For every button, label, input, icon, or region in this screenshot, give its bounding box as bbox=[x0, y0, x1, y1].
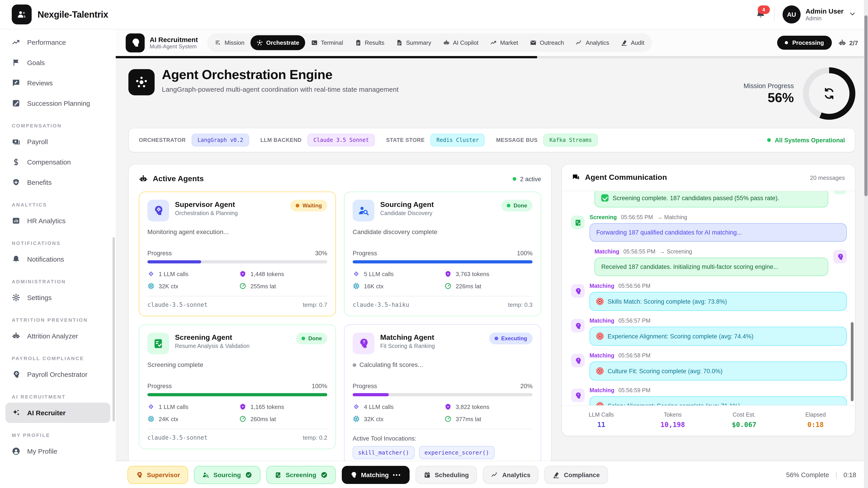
sidebar-section-my-profile: MY PROFILE bbox=[5, 423, 110, 441]
sidebar-item-ai-recruiter[interactable]: AI Recruiter bbox=[5, 402, 110, 423]
footer-pill-screening[interactable]: Screening bbox=[266, 466, 336, 484]
sidebar-item-attrition-analyzer[interactable]: Attrition Analyzer bbox=[5, 326, 110, 346]
message-list[interactable]: Screening05:56:55 PM→ Supervisor Screeni… bbox=[562, 191, 855, 405]
bell-icon bbox=[12, 255, 20, 263]
footer-pill-analytics[interactable]: Analytics bbox=[483, 466, 539, 484]
chevron-down-icon bbox=[848, 10, 856, 19]
tokens-icon bbox=[239, 403, 246, 410]
message-screening-to-matching: Screening05:56:55 PM→ Matching Forwardin… bbox=[571, 214, 847, 242]
status-badge-done: Done bbox=[296, 332, 327, 344]
sidebar-item-settings[interactable]: Settings bbox=[5, 287, 110, 308]
brand-logo-icon bbox=[12, 4, 32, 24]
target-icon bbox=[596, 332, 603, 340]
messages-scrollbar[interactable] bbox=[851, 322, 854, 401]
tab-ai-copilot[interactable]: AI Copilot bbox=[437, 35, 485, 50]
tab-results[interactable]: Results bbox=[349, 35, 391, 50]
comm-panel-title: Agent Communication bbox=[585, 173, 667, 182]
tokens-icon bbox=[444, 403, 452, 410]
system-config-bar: ORCHESTRATOR LangGraph v0.2 LLM BACKEND … bbox=[128, 128, 855, 152]
status-badge-executing: Executing bbox=[489, 332, 532, 344]
robot-icon bbox=[443, 39, 450, 46]
sidebar-item-hr-analytics[interactable]: HR Analytics bbox=[5, 210, 110, 231]
footer-pill-compliance[interactable]: Compliance bbox=[545, 466, 608, 484]
progress-percent: 20% bbox=[520, 383, 532, 390]
tab-audit[interactable]: Audit bbox=[615, 35, 650, 50]
sourcing-agent-icon bbox=[352, 200, 374, 221]
llm-backend-chip: Claude 3.5 Sonnet bbox=[308, 134, 375, 147]
message-matching-to-screening: Matching05:56:55 PM→ Screening Received … bbox=[571, 249, 847, 276]
llm-calls-value: 11 bbox=[565, 421, 637, 429]
sidebar-item-goals[interactable]: Goals bbox=[5, 53, 110, 73]
check-icon bbox=[601, 194, 609, 201]
dollar-icon bbox=[12, 158, 20, 166]
tab-market[interactable]: Market bbox=[484, 35, 524, 50]
page-scrollbar-thumb[interactable] bbox=[864, 15, 868, 196]
page-subtitle: LangGraph-powered multi-agent coordinati… bbox=[162, 86, 399, 93]
clipboard-icon bbox=[355, 39, 362, 46]
shield-plus-icon bbox=[12, 178, 20, 187]
system-status: All Systems Operational bbox=[767, 137, 845, 143]
footer-pill-scheduling[interactable]: Scheduling bbox=[415, 466, 477, 484]
tab-analytics[interactable]: Analytics bbox=[570, 35, 615, 50]
footer-pill-supervisor[interactable]: Supervisor bbox=[127, 466, 188, 484]
person-circle-icon bbox=[12, 447, 20, 455]
screening-agent-icon bbox=[147, 332, 169, 354]
screening-avatar-icon bbox=[571, 216, 585, 229]
tab-summary[interactable]: Summary bbox=[390, 35, 437, 50]
target-icon bbox=[596, 402, 603, 405]
temperature: temp: 0.3 bbox=[508, 301, 532, 308]
mission-progress-value: 56% bbox=[744, 90, 794, 105]
sidebar-item-payroll-orchestrator[interactable]: Payroll Orchestrator bbox=[5, 364, 110, 385]
tab-outreach[interactable]: Outreach bbox=[524, 35, 570, 50]
processing-status-pill: Processing bbox=[777, 36, 832, 50]
clipboard-check-icon bbox=[274, 471, 282, 479]
sidebar-scrollbar[interactable] bbox=[113, 237, 115, 422]
sidebar-item-succession-planning[interactable]: Succession Planning bbox=[5, 93, 110, 113]
orchestration-engine-icon bbox=[128, 69, 155, 95]
sidebar-item-notifications[interactable]: Notifications bbox=[5, 249, 110, 269]
message-matching-skills: Matching05:56:56 PM Skills Match: Scorin… bbox=[571, 283, 847, 311]
message-matching-culture: Matching05:56:58 PM Culture Fit: Scoring… bbox=[571, 352, 847, 381]
head-question-icon bbox=[350, 471, 357, 479]
agent-card-screening[interactable]: Screening Agent Resume Analysis & Valida… bbox=[139, 324, 336, 449]
sidebar-item-reviews[interactable]: Reviews bbox=[5, 73, 110, 93]
chat-icon bbox=[572, 173, 580, 182]
sidebar-item-benefits[interactable]: Benefits bbox=[5, 172, 110, 193]
page-scrollbar[interactable] bbox=[864, 0, 868, 488]
agent-card-sourcing[interactable]: Sourcing Agent Candidate Discovery Done … bbox=[344, 192, 541, 316]
tool-chip-skill-matcher: skill_matcher() bbox=[352, 446, 414, 459]
user-menu[interactable]: AU Admin User Admin bbox=[782, 5, 856, 24]
footer-pill-matching[interactable]: Matching••• bbox=[342, 466, 409, 484]
check-circle-icon bbox=[320, 471, 328, 479]
header-divider bbox=[774, 8, 774, 21]
agent-card-matching[interactable]: Matching Agent Fit Scoring & Ranking Exe… bbox=[344, 324, 541, 485]
sidebar-item-performance[interactable]: Performance bbox=[5, 32, 110, 53]
notification-count-badge: 4 bbox=[758, 5, 770, 14]
model-name: claude-3.5-sonnet bbox=[147, 434, 208, 441]
progress-bar bbox=[352, 260, 532, 263]
sidebar-section-notifications: NOTIFICATIONS bbox=[5, 231, 110, 249]
document-icon bbox=[396, 39, 403, 46]
footer-pill-sourcing[interactable]: Sourcing bbox=[194, 466, 260, 484]
processing-dot bbox=[785, 41, 788, 44]
cash-icon bbox=[12, 137, 20, 146]
sidebar-item-payroll[interactable]: Payroll bbox=[5, 131, 110, 152]
head-gear-icon bbox=[135, 471, 143, 479]
signature-icon bbox=[553, 471, 560, 479]
tokens-icon bbox=[444, 270, 452, 278]
top-header: Nexgile-Talentrix 4 AU Admin User Admin bbox=[0, 0, 868, 29]
sidebar-item-my-profile[interactable]: My Profile bbox=[5, 441, 110, 461]
notifications-bell-button[interactable]: 4 bbox=[755, 8, 766, 21]
llm-backend-label: LLM BACKEND bbox=[260, 137, 302, 143]
tool-chip-experience-scorer: experience_scorer() bbox=[419, 446, 495, 459]
tab-terminal[interactable]: Terminal bbox=[305, 35, 349, 50]
model-name: claude-3.5-haiku bbox=[352, 301, 409, 308]
sidebar-item-compensation[interactable]: Compensation bbox=[5, 152, 110, 172]
agent-card-supervisor[interactable]: Supervisor Agent Orchestration & Plannin… bbox=[139, 192, 336, 316]
robot-icon bbox=[838, 39, 846, 47]
matching-agent-icon bbox=[352, 332, 374, 354]
user-name: Admin User bbox=[806, 7, 844, 15]
tab-mission[interactable]: Mission bbox=[209, 35, 250, 50]
tab-orchestrate[interactable]: Orchestrate bbox=[250, 35, 305, 50]
review-icon bbox=[12, 78, 20, 87]
